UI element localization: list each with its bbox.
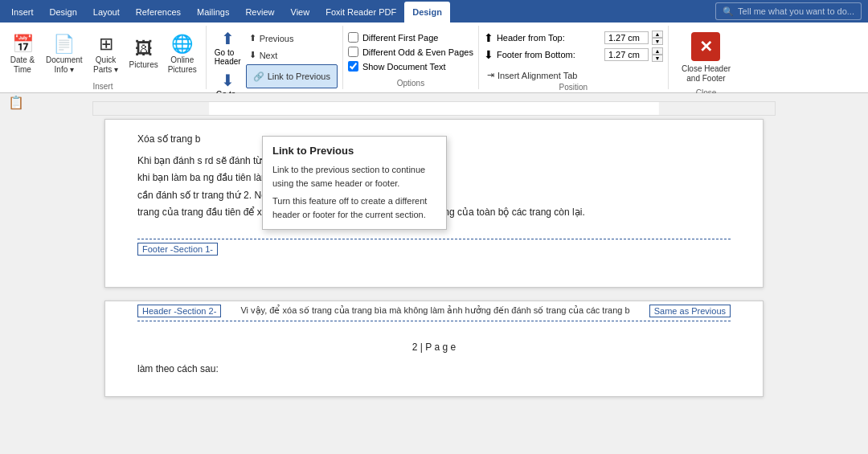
ribbon-body: 📅 Date &Time 📄 DocumentInfo ▾ ⊞ QuickPar… [0,22,868,93]
group-position: ⬆ Header from Top: ▲ ▼ ⬇ Footer from Bot… [479,26,669,89]
close-items: ✕ Close Headerand Footer [674,26,739,88]
footer-pos-up[interactable]: ▲ [652,47,663,55]
option-show-doc-text: Show Document Text [348,59,473,73]
pictures-icon: 🖼 [135,40,153,58]
tooltip-desc1: Link to the previous section to continue… [272,163,436,190]
tooltip-title: Link to Previous [272,145,436,157]
close-label: Close Headerand Footer [682,64,731,84]
align-tab-label: Insert Alignment Tab [497,71,577,80]
page-1: Xóa số trang b Khi bạn đánh s rd sẽ đánh… [104,119,764,288]
header-from-top-row: ⬆ Header from Top: ▲ ▼ [484,31,663,45]
group-close: ✕ Close Headerand Footer Close [669,26,743,89]
footer-pos-down[interactable]: ▼ [652,55,663,62]
group-position-label: Position [559,83,588,93]
document-area: 📋 /* ruler ticks added via JS below */ X… [0,93,868,454]
position-fields: ⬆ Header from Top: ▲ ▼ ⬇ Footer from Bot… [484,27,663,83]
position-items: ⬆ Header from Top: ▲ ▼ ⬇ Footer from Bot… [484,26,663,83]
header-section2: Header -Section 2- Vi vậy, để xóa số tra… [137,301,731,321]
tab-layout[interactable]: Layout [85,2,128,22]
footer-space [105,259,763,287]
tooltip-desc2: Turn this feature off to create a differ… [272,194,436,221]
ruler: /* ruler ticks added via JS below */ [92,101,776,116]
btn-date-time[interactable]: 📅 Date &Time [5,27,40,82]
btn-close-header-footer[interactable]: ✕ Close Headerand Footer [674,27,739,88]
page-number: 2 | P a g e [137,333,731,362]
footer-from-bottom-row: ⬇ Footer from Bottom: ▲ ▼ [484,47,663,62]
close-x-icon: ✕ [691,32,720,61]
tab-design1[interactable]: Design [42,2,85,22]
btn-pictures-label: Pictures [129,60,158,70]
previous-label: Previous [260,34,294,43]
search-icon: 🔍 [723,6,734,17]
tab-mailings[interactable]: Mailings [189,2,237,22]
btn-quick-parts-label: QuickParts ▾ [93,55,118,75]
checkbox-show-doc-text[interactable] [348,61,358,72]
header-pos-down[interactable]: ▼ [652,38,663,45]
ribbon-search[interactable]: 🔍 Tell me what you want to do... [715,2,862,20]
btn-date-time-label: Date &Time [10,55,35,75]
btn-online-pictures[interactable]: 🌐 OnlinePictures [164,27,201,82]
online-pics-icon: 🌐 [171,35,193,53]
header-pos-value[interactable] [604,31,649,44]
calendar-icon: 📅 [12,35,34,53]
footer-section1-label: Footer -Section 1- [137,243,218,256]
tab-foxit[interactable]: Foxit Reader PDF [317,2,404,22]
header-pos-label: Header from Top: [497,33,601,43]
btn-online-pics-label: OnlinePictures [168,55,197,75]
option-diff-first: Different First Page [348,31,473,44]
header-pos-up[interactable]: ▲ [652,31,663,38]
quick-parts-icon: ⊞ [99,35,113,53]
option-diff-odd-even: Different Odd & Even Pages [348,45,473,59]
footer-pos-label: Footer from Bottom: [497,50,601,59]
header-pos-spinner[interactable]: ▲ ▼ [652,31,663,45]
group-navigation: ⬆ Go toHeader ⬇ Go toFooter ⬆ Previous [207,26,343,89]
tab-insert[interactable]: Insert [3,2,42,22]
btn-doc-info-label: DocumentInfo ▾ [46,55,83,75]
next-label: Next [260,51,278,60]
btn-link-to-previous[interactable]: 🔗 Link to Previous [246,64,338,88]
search-placeholder: Tell me what you want to do... [738,6,854,16]
btn-next[interactable]: ⬇ Next [246,47,338,63]
group-insert-label: Insert [92,82,113,92]
footer-pos-spinner[interactable]: ▲ ▼ [652,47,663,62]
btn-doc-info[interactable]: 📄 DocumentInfo ▾ [42,27,87,82]
footer-pos-value[interactable] [604,48,649,61]
tab-references[interactable]: References [128,2,189,22]
tab-design-active[interactable]: Design [404,2,450,22]
footer-section1: Footer -Section 1- [137,239,731,259]
tab-review[interactable]: Review [237,2,282,22]
align-tab-icon: ⇥ [487,70,494,80]
go-header-icon: ⬆ [221,29,235,48]
btn-insert-align-tab[interactable]: ⇥ Insert Alignment Tab [484,67,663,83]
go-footer-icon: ⬇ [221,71,235,90]
diff-first-label: Different First Page [362,33,439,43]
checkbox-diff-first[interactable] [348,32,358,43]
insert-items: 📅 Date &Time 📄 DocumentInfo ▾ ⊞ QuickPar… [5,26,201,82]
footer-pos-icon: ⬇ [484,48,493,61]
link-prev-label: Link to Previous [268,72,330,81]
page-2: Header -Section 2- Vi vậy, để xóa số tra… [104,301,764,397]
options-items: Different First Page Different Odd & Eve… [348,26,473,79]
header-pos-icon: ⬆ [484,31,493,44]
btn-pictures[interactable]: 🖼 Pictures [125,27,162,82]
link-icon: 🔗 [253,72,264,82]
svg-rect-1 [209,102,659,115]
doc-info-icon: 📄 [53,35,75,53]
page2-bottom-text: làm theo cách sau: [137,362,731,377]
tooltip-popup: Link to Previous Link to the previous se… [262,136,447,230]
btn-previous[interactable]: ⬆ Previous [246,31,338,46]
checkbox-diff-odd-even[interactable] [348,47,358,57]
previous-icon: ⬆ [249,33,256,43]
tab-view[interactable]: View [283,2,318,22]
prev-next-group: ⬆ Previous ⬇ Next 🔗 Link to Previous [246,27,338,88]
btn-quick-parts[interactable]: ⊞ QuickParts ▾ [88,27,124,82]
page-2-content: 2 | P a g e làm theo cách sau: [105,321,763,389]
same-as-previous-badge: Same as Previous [649,305,731,317]
group-options: Different First Page Different Odd & Eve… [343,26,479,89]
ruler-content: /* ruler ticks added via JS below */ [93,102,775,115]
diff-odd-even-label: Different Odd & Even Pages [362,47,473,57]
btn-go-to-header[interactable]: ⬆ Go toHeader [211,27,244,67]
go-header-label: Go toHeader [215,48,241,66]
options-checkboxes: Different First Page Different Odd & Eve… [348,27,473,73]
group-insert: 📅 Date &Time 📄 DocumentInfo ▾ ⊞ QuickPar… [0,26,207,89]
